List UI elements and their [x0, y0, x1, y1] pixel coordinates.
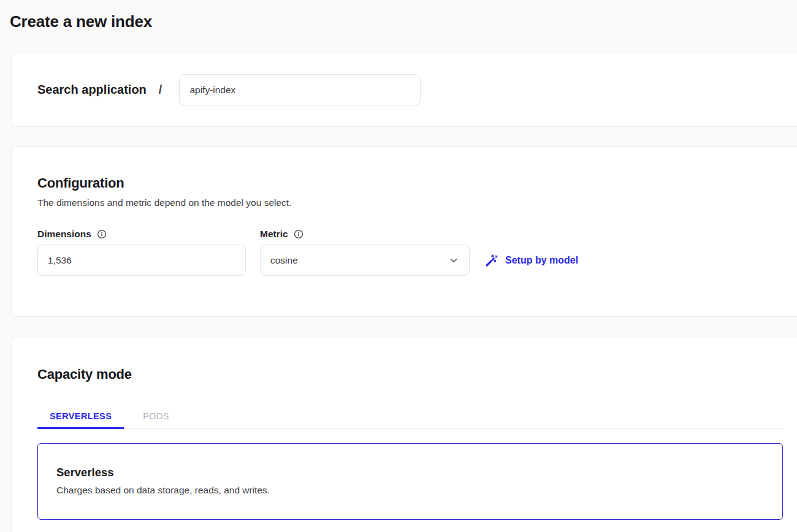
configuration-subtitle: The dimensions and metric depend on the … [37, 197, 783, 208]
metric-label: Metric [260, 229, 288, 240]
serverless-option-title: Serverless [56, 466, 764, 479]
metric-label-row: Metric [260, 229, 470, 240]
capacity-mode-title: Capacity mode [37, 367, 783, 382]
index-name-input[interactable] [179, 74, 421, 105]
dimensions-field: Dimensions [37, 229, 246, 276]
serverless-option-card[interactable]: Serverless Charges based on data storage… [37, 443, 783, 520]
search-application-label: Search application [37, 83, 147, 97]
index-name-card: Search application / [11, 53, 797, 127]
dimensions-input[interactable] [37, 245, 246, 276]
magic-wand-icon [485, 254, 498, 267]
capacity-mode-card: Capacity mode SERVERLESS PODS Serverless… [11, 338, 797, 532]
dimensions-label-row: Dimensions [37, 229, 246, 240]
metric-field: Metric cosine [260, 229, 470, 276]
configuration-card: Configuration The dimensions and metric … [11, 146, 797, 317]
info-icon[interactable] [294, 229, 303, 239]
dimensions-label: Dimensions [37, 229, 91, 240]
chevron-down-icon [448, 255, 459, 266]
configuration-title: Configuration [37, 175, 783, 191]
info-icon[interactable] [97, 229, 107, 239]
page-title: Create a new index [10, 12, 797, 31]
tab-serverless[interactable]: SERVERLESS [37, 405, 124, 429]
metric-select[interactable]: cosine [260, 245, 470, 276]
name-separator: / [159, 83, 162, 97]
metric-selected-value: cosine [270, 255, 298, 266]
configuration-fields-row: Dimensions Metric cosine [37, 229, 783, 276]
capacity-tabs: SERVERLESS PODS [37, 405, 783, 429]
serverless-option-description: Charges based on data storage, reads, an… [56, 485, 764, 496]
tab-pods[interactable]: PODS [131, 405, 181, 429]
setup-by-model-link[interactable]: Setup by model [485, 254, 578, 267]
setup-by-model-label: Setup by model [505, 255, 578, 266]
